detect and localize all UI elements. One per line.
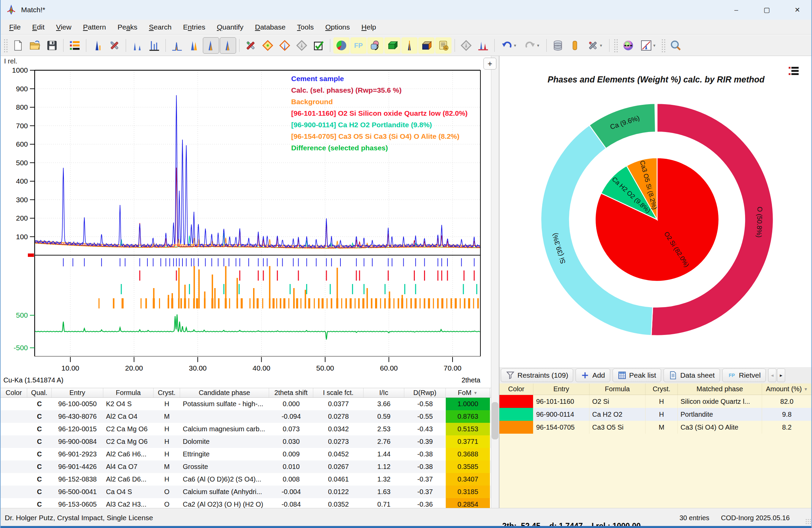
menu-database[interactable]: Database bbox=[249, 21, 291, 33]
dropdown-arrow-icon[interactable]: ▼ bbox=[513, 43, 517, 47]
compare-patterns-button[interactable] bbox=[186, 37, 202, 54]
menu-peaks[interactable]: Peaks bbox=[112, 21, 143, 33]
svg-text:70.00: 70.00 bbox=[444, 364, 462, 372]
quantify-pie-button[interactable] bbox=[333, 37, 350, 54]
overlay-patterns2-button[interactable] bbox=[220, 37, 236, 54]
peak-search-button[interactable] bbox=[129, 37, 145, 54]
peak-bars-button[interactable] bbox=[146, 37, 162, 54]
matched-header-matched-phase[interactable]: Matched phase bbox=[678, 383, 762, 395]
resize-grip[interactable] bbox=[805, 518, 811, 525]
search-match-tools-button[interactable] bbox=[243, 37, 259, 54]
diamond-orange-button[interactable] bbox=[260, 37, 276, 54]
menu-file[interactable]: File bbox=[3, 21, 27, 33]
candidate-cell: C bbox=[27, 498, 52, 508]
scroll-left-button[interactable]: ◂ bbox=[768, 368, 776, 382]
diamond-gray2-button[interactable] bbox=[458, 37, 474, 54]
matched-header-color[interactable]: Color bbox=[499, 383, 533, 395]
report-button[interactable]: G bbox=[435, 37, 451, 54]
candidate-cell: Ca2 (Al O2)3 (O H) (H2 O) bbox=[180, 498, 269, 508]
undo-button[interactable]: ▼ bbox=[498, 37, 520, 54]
profile-fit-button[interactable] bbox=[169, 37, 185, 54]
cube-green-button[interactable] bbox=[384, 37, 401, 54]
diamond-gray-button[interactable] bbox=[293, 37, 310, 54]
minimize-button[interactable]: – bbox=[721, 0, 752, 20]
candidate-row[interactable]: C96-900-0084C2 Ca Mg O6HDolomite0.0300.0… bbox=[1, 435, 491, 448]
matched-row[interactable]: 96-154-0705Ca3 O5 SiMCa3 (Si O4) O Alite… bbox=[499, 421, 812, 434]
zoom-plus-button[interactable]: + bbox=[483, 58, 496, 70]
menu-view[interactable]: View bbox=[50, 21, 77, 33]
dropdown-arrow-icon[interactable]: ▼ bbox=[599, 43, 603, 47]
candidates-header-d-rwp-[interactable]: D(Rwp) bbox=[404, 388, 446, 397]
candidates-header-entry[interactable]: Entry bbox=[52, 388, 103, 397]
candidates-header-candidate-phase[interactable]: Candidate phase bbox=[180, 388, 269, 397]
tab-peak-list[interactable]: Peak list bbox=[612, 368, 661, 382]
candidates-header-color[interactable]: Color bbox=[1, 388, 27, 397]
candidate-row[interactable]: C96-500-0041Ca O4 SOCalcium sulfate (Anh… bbox=[1, 486, 491, 498]
new-file-button[interactable] bbox=[10, 37, 26, 54]
candidates-header-i-ic[interactable]: I/Ic bbox=[364, 388, 404, 397]
menu-options[interactable]: Options bbox=[319, 21, 356, 33]
cube-blue-button[interactable] bbox=[418, 37, 435, 54]
menu-tools[interactable]: Tools bbox=[291, 21, 319, 33]
scroll-right-button[interactable]: ▸ bbox=[777, 368, 785, 382]
redo-button[interactable]: ▼ bbox=[521, 37, 543, 54]
dropdown-arrow-icon[interactable]: ▼ bbox=[536, 43, 540, 47]
candidate-cell bbox=[180, 410, 269, 423]
toolbar-grip[interactable] bbox=[3, 39, 8, 52]
select-check-button[interactable] bbox=[310, 37, 327, 54]
matched-header-formula[interactable]: Formula bbox=[590, 383, 646, 395]
save-button[interactable] bbox=[44, 37, 60, 54]
candidate-row[interactable]: C96-430-8076Al2 Ca O4M-0.0940.02780.59-0… bbox=[1, 410, 491, 423]
menu-entries[interactable]: Entries bbox=[177, 21, 211, 33]
search-button[interactable] bbox=[668, 37, 684, 54]
matched-header-entry[interactable]: Entry bbox=[533, 383, 590, 395]
candidates-header-fom[interactable]: FoM▼ bbox=[446, 388, 490, 397]
tools-menu-button[interactable]: ▼ bbox=[584, 37, 606, 54]
overlay-patterns-button[interactable] bbox=[203, 37, 219, 54]
matched-row[interactable]: 96-101-1160O2 SiHSilicon oxide Quartz l.… bbox=[499, 395, 812, 408]
toolbar-grip[interactable] bbox=[661, 39, 666, 52]
tab-data-sheet[interactable]: Data sheet bbox=[664, 368, 720, 382]
shapes-button[interactable] bbox=[367, 37, 383, 54]
candidate-row[interactable]: C96-901-2923Al2 Ca6 H6...HEttringite0.00… bbox=[1, 448, 491, 461]
maximize-button[interactable]: ▢ bbox=[752, 0, 782, 20]
candidate-row[interactable]: C96-901-4426Al4 Ca O7MGrossite0.0100.026… bbox=[1, 461, 491, 473]
candidates-header-formula[interactable]: Formula bbox=[103, 388, 154, 397]
diffraction-plot-panel[interactable]: 1000900800700600500400300200100I rel.500… bbox=[1, 56, 491, 388]
entry-list-button[interactable] bbox=[67, 37, 83, 54]
open-file-button[interactable] bbox=[27, 37, 43, 54]
candidates-header-qual-[interactable]: Qual. bbox=[27, 388, 52, 397]
process-tools-button[interactable] bbox=[106, 37, 122, 54]
tab-restraints-109-[interactable]: Restraints (109) bbox=[501, 368, 573, 382]
menu-help[interactable]: Help bbox=[356, 21, 382, 33]
fp-text-button[interactable]: FP bbox=[350, 37, 366, 54]
database-button[interactable] bbox=[550, 37, 566, 54]
column-button[interactable] bbox=[567, 37, 583, 54]
menu-quantify[interactable]: Quantify bbox=[211, 21, 249, 33]
matched-header-cryst-[interactable]: Cryst. bbox=[646, 383, 678, 395]
menu-edit[interactable]: Edit bbox=[27, 21, 50, 33]
menu-pattern[interactable]: Pattern bbox=[77, 21, 112, 33]
candidates-scrollbar[interactable] bbox=[492, 402, 498, 439]
candidate-row[interactable]: C96-153-0605Al3 Ca2 H3...OCa2 (Al O2)3 (… bbox=[1, 498, 491, 508]
candidate-row[interactable]: C96-120-0015C2 Ca Mg O6HCalcium magnesiu… bbox=[1, 423, 491, 435]
toolbar-grip[interactable] bbox=[613, 39, 618, 52]
candidate-row[interactable]: C96-152-0838Al2 Ca6 D6...HCa6 (Al (O D)6… bbox=[1, 473, 491, 486]
sphere-button[interactable] bbox=[620, 37, 636, 54]
tab-add[interactable]: Add bbox=[576, 368, 610, 382]
matched-row[interactable]: 96-900-0114Ca H2 O2HPortlandite9.8 bbox=[499, 408, 812, 421]
peak-navy-button[interactable] bbox=[401, 37, 418, 54]
candidates-header-2theta-shift[interactable]: 2theta shift bbox=[269, 388, 313, 397]
candidate-row[interactable]: C96-100-0050K2 O4 SHPotassium sulfate - … bbox=[1, 398, 491, 410]
menu-search[interactable]: Search bbox=[143, 21, 177, 33]
close-button[interactable]: ✕ bbox=[782, 0, 812, 20]
diagram-button[interactable]: ▼ bbox=[637, 37, 659, 54]
candidates-header-cryst-[interactable]: Cryst. bbox=[154, 388, 180, 397]
candidates-header-i-scale-fct-[interactable]: I scale fct. bbox=[313, 388, 364, 397]
pattern-peak-button[interactable] bbox=[89, 37, 106, 54]
rietveld-peaks-button[interactable] bbox=[475, 37, 491, 54]
matched-header-amount-[interactable]: Amount (%)▼ bbox=[762, 383, 812, 395]
candidate-arrow-button[interactable] bbox=[277, 37, 293, 54]
tab-rietvel[interactable]: FPRietvel bbox=[722, 368, 766, 382]
dropdown-arrow-icon[interactable]: ▼ bbox=[653, 43, 656, 47]
